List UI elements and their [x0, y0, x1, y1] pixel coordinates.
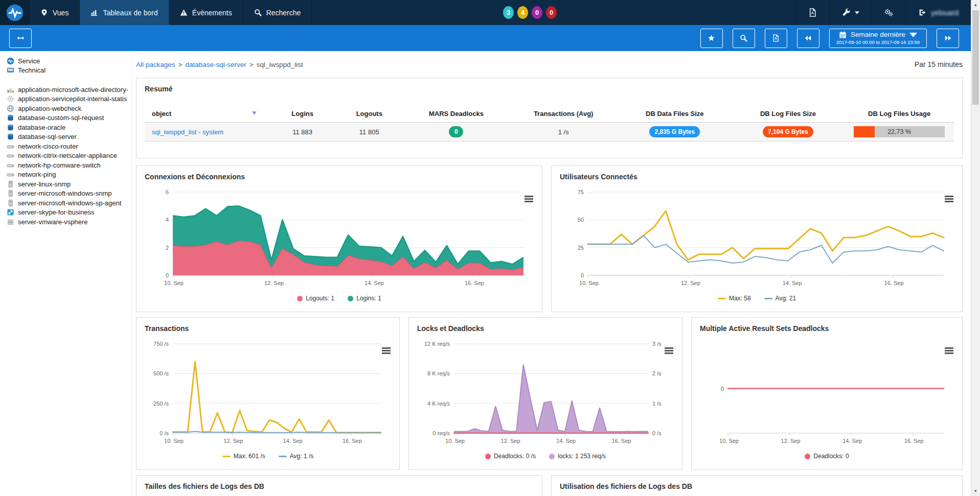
sidebar-packages: application-microsoft-active-directory-a… [7, 85, 131, 227]
nav-item-tableaux-de-bord[interactable]: Tableaux de bord [80, 0, 169, 25]
resume-header-row: objectLoginsLogoutsMARS DeadlocksTransac… [145, 105, 954, 123]
sidebar-group-service[interactable]: Service [7, 56, 131, 66]
sidebar-item-server-vmware-vsphere[interactable]: server-vmware-vsphere [7, 217, 131, 227]
search-button[interactable] [733, 29, 755, 48]
resume-column-2[interactable]: Logouts [335, 105, 404, 123]
calendar-icon [839, 31, 847, 39]
date-range-label: Semaine dernière [851, 31, 905, 39]
breadcrumb-link[interactable]: database-sql-server [185, 61, 246, 68]
nav-item-recherche[interactable]: Recherche [243, 0, 312, 25]
locks-chart[interactable]: 0 req/s4 K req/s8 K req/s12 K req/s0 /s1… [417, 337, 674, 450]
resume-column-5[interactable]: DB Data Files Size [618, 105, 732, 123]
resume-column-4[interactable]: Transactions (Avg) [509, 105, 618, 123]
resume-column-3[interactable]: MARS Deadlocks [404, 105, 509, 123]
page: VuesTableaux de bordÉvènementsRecherche … [0, 0, 971, 496]
legend-item[interactable]: Avg: 21 [764, 295, 796, 302]
legend-label: Deadlocks: 0 /s [494, 453, 536, 460]
chart-menu-icon[interactable] [665, 347, 673, 356]
sidebar-item-network-hp-comware-switch[interactable]: network-hp-comware-switch [7, 160, 131, 170]
scroll-down-icon[interactable]: ▼ [971, 489, 980, 493]
notification-badge[interactable]: 4 [517, 6, 528, 19]
next-period-button[interactable] [937, 29, 959, 48]
sidebar-item-application-webcheck[interactable]: application-webcheck [7, 104, 131, 113]
svg-text:2 /s: 2 /s [652, 370, 662, 376]
export-pdf-button[interactable] [765, 29, 787, 48]
resume-column-1[interactable]: Logins [270, 105, 335, 123]
vertical-scrollbar[interactable]: ▲ ▼ [971, 0, 980, 496]
chart-svg: 0 req/s4 K req/s8 K req/s12 K req/s0 /s1… [417, 337, 674, 450]
mars-deadlocks-chart[interactable]: 010. Sep12. Sep14. Sep16. Sep [700, 337, 954, 450]
nav-item-vues[interactable]: Vues [29, 0, 80, 25]
sidebar-item-application-microsoft-active-directory-[interactable]: application-microsoft-active-directory- [7, 85, 131, 95]
sidebar-item-network-cisco-router[interactable]: network-cisco-router [7, 141, 131, 151]
chart-menu-icon[interactable] [945, 196, 953, 204]
svg-text:12. Sep: 12. Sep [223, 438, 243, 444]
pdf-export-button[interactable] [795, 0, 829, 25]
sidebar-item-server-skype-for-business[interactable]: server-skype-for-business [7, 208, 131, 218]
legend-item[interactable]: Avg: 1 /s [279, 453, 313, 460]
legend-item[interactable]: Max: 601 /s [222, 453, 265, 460]
legend-item[interactable]: Deadlocks: 0 /s [485, 453, 536, 460]
chart-menu-icon[interactable] [382, 347, 391, 356]
tools-menu-button[interactable] [829, 0, 872, 25]
sort-desc-icon[interactable] [252, 111, 257, 115]
connexions-chart[interactable]: 024610. Sep12. Sep14. Sep16. Sep [145, 185, 534, 292]
legend-item[interactable]: Logouts: 1 [297, 295, 334, 302]
chart-svg: 0 /s250 /s500 /s750 /s10. Sep12. Sep14. … [145, 337, 391, 450]
scrollbar-thumb[interactable] [972, 10, 979, 105]
legend-marker-icon [222, 456, 231, 457]
navbar-spacer [312, 0, 503, 25]
chart-menu-icon[interactable] [945, 347, 953, 356]
legend-item[interactable]: Deadlocks: 0 [805, 453, 849, 460]
resume-cell-0[interactable]: sql_iwsppd_list - system [145, 123, 270, 141]
sidebar-item-database-sql-server[interactable]: database-sql-server [7, 132, 131, 142]
resume-column-7[interactable]: DB Log Files Usage [845, 105, 954, 123]
notification-badge[interactable]: 3 [503, 6, 514, 19]
database-icon [7, 114, 14, 122]
breadcrumb-separator: > [178, 61, 183, 68]
resume-column-0[interactable]: object [145, 105, 270, 123]
breadcrumb-link[interactable]: All packages [136, 61, 175, 68]
collapse-sidebar-button[interactable] [9, 29, 32, 48]
sidebar-item-network-citrix-netscaler-appliance[interactable]: network-citrix-netscaler-appliance [7, 151, 131, 161]
sidebar-item-server-microsoft-windows-snmp[interactable]: server-microsoft-windows-snmp [7, 189, 131, 199]
sidebar-item-server-linux-snmp[interactable]: server-linux-snmp [7, 179, 131, 189]
transactions-chart[interactable]: 0 /s250 /s500 /s750 /s10. Sep12. Sep14. … [145, 337, 391, 450]
legend-item[interactable]: Max: 58 [718, 295, 751, 302]
sidebar-group-technical[interactable]: Technical [7, 66, 131, 76]
legend-marker-icon [718, 298, 726, 299]
previous-period-button[interactable] [797, 29, 819, 48]
legend-item[interactable]: Logins: 1 [348, 295, 381, 302]
resume-column-6[interactable]: DB Log Files Size [732, 105, 845, 123]
sidebar-item-database-custom-sql-request[interactable]: database-custom-sql-request [7, 113, 131, 123]
logout-button[interactable]: yelouard [905, 0, 971, 25]
utilisateurs-chart[interactable]: 025507510. Sep12. Sep14. Sep16. Sep [560, 185, 954, 292]
sidebar-item-server-microsoft-windows-sp-agent[interactable]: server-microsoft-windows-sp-agent [7, 198, 131, 208]
resume-data-row: sql_iwsppd_list - system11 88311 80501 /… [145, 123, 954, 141]
favorite-button[interactable] [700, 29, 723, 48]
notification-badge[interactable]: 0 [546, 6, 557, 19]
sidebar-item-label: Service [18, 57, 40, 65]
object-link[interactable]: sql_iwsppd_list - system [152, 128, 223, 136]
legend-label: Max: 58 [729, 295, 751, 302]
svg-text:16. Sep: 16. Sep [465, 280, 484, 286]
sidebar-item-label: server-vmware-vsphere [18, 218, 88, 226]
sidebar-item-network-ping[interactable]: network-ping [7, 170, 131, 180]
notification-badge[interactable]: 0 [532, 6, 542, 19]
date-range-button[interactable]: Semaine dernière 2017-09-10 00:00 to 201… [829, 29, 927, 48]
chart-title: Locks et Deadlocks [417, 324, 674, 333]
nav-item-évènements[interactable]: Évènements [169, 0, 243, 25]
svg-text:16. Sep: 16. Sep [343, 438, 362, 444]
top-navbar: VuesTableaux de bordÉvènementsRecherche … [0, 0, 971, 25]
sidebar-groups: ServiceTechnical [7, 56, 131, 75]
servicepilot-pulse-logo-icon[interactable] [0, 0, 29, 25]
settings-button[interactable] [872, 0, 905, 25]
resume-title: Resumé [145, 85, 954, 93]
chart-menu-icon[interactable] [525, 196, 533, 204]
scroll-up-icon[interactable]: ▲ [971, 3, 980, 7]
sidebar-item-database-oracle[interactable]: database-oracle [7, 123, 131, 132]
legend-label: Logins: 1 [356, 295, 381, 302]
sidebar-item-application-servicepilot-internal-statis[interactable]: application-servicepilot-internal-statis [7, 95, 131, 104]
legend-item[interactable]: locks: 1 253 req/s [549, 453, 606, 460]
svg-text:4: 4 [166, 217, 169, 223]
